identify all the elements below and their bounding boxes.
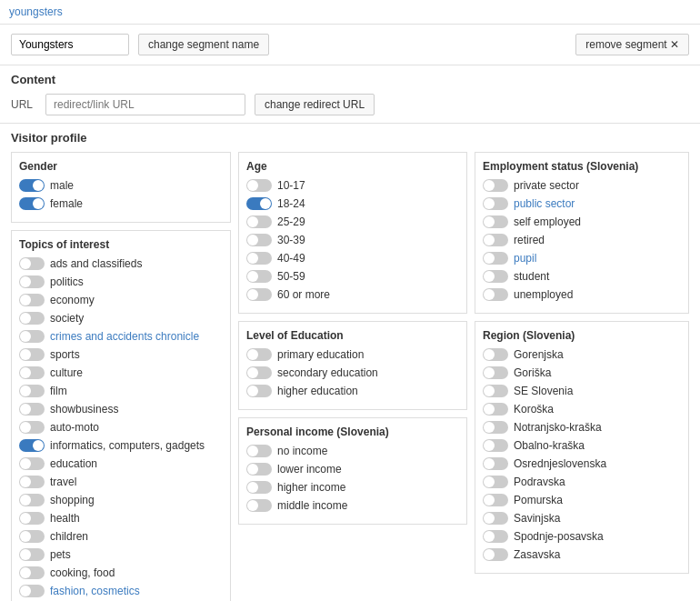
age-list-toggle-4[interactable] [246,252,272,265]
region-list-toggle-5[interactable] [483,439,508,452]
gender-female-toggle[interactable] [19,197,45,210]
region-subsection: Region (Slovenia) GorenjskaGoriškaSE Slo… [475,321,689,574]
topics-list-toggle-5[interactable] [19,348,45,361]
gender-male-label: male [50,179,74,192]
topics-list-toggle-2[interactable] [19,294,45,306]
list-item: 30-39 [246,233,459,247]
breadcrumb-link[interactable]: youngsters [9,5,63,18]
employment-list-label-6: unemployed [514,288,573,301]
region-list-toggle-8[interactable] [483,494,508,506]
list-item: pets [19,547,223,562]
topics-list-toggle-18[interactable] [19,585,45,597]
topics-list-toggle-3[interactable] [19,312,45,325]
list-item: showbusiness [19,402,223,416]
topics-list-toggle-8[interactable] [19,403,45,416]
topics-list-label-2: economy [50,294,95,306]
list-item: retired [483,233,681,247]
region-list-toggle-7[interactable] [483,476,508,488]
income-list: no incomelower incomehigher incomemiddle… [246,444,459,513]
topics-list-toggle-0[interactable] [19,257,45,270]
region-list-toggle-0[interactable] [483,348,508,361]
income-list-toggle-3[interactable] [246,499,272,512]
topics-list-toggle-12[interactable] [19,476,45,488]
age-list-toggle-5[interactable] [246,270,272,283]
region-list-label-7: Podravska [514,476,565,488]
topics-list-toggle-4[interactable] [19,330,45,343]
list-item: 60 or more [246,287,459,302]
change-segment-name-button[interactable]: change segment name [138,34,269,55]
age-list-toggle-1[interactable] [246,197,272,210]
topics-list-toggle-13[interactable] [19,494,45,506]
age-list-toggle-3[interactable] [246,234,272,246]
url-input[interactable] [45,94,245,115]
employment-list-label-2: self employed [514,215,581,228]
topics-list-toggle-11[interactable] [19,457,45,470]
list-item: sports [19,347,223,362]
topics-list-toggle-9[interactable] [19,421,45,434]
employment-subsection: Employment status (Slovenia) private sec… [475,152,689,314]
gender-male-toggle[interactable] [19,179,45,192]
list-item: SE Slovenia [483,384,681,398]
region-list-toggle-3[interactable] [483,403,508,416]
right-column: Employment status (Slovenia) private sec… [475,152,689,601]
region-list-label-5: Obalno-kraška [514,439,585,452]
topics-list-toggle-16[interactable] [19,548,45,561]
employment-list-label-4: pupil [514,252,536,265]
employment-list-toggle-1[interactable] [483,197,508,210]
list-item: Zasavska [483,547,681,562]
education-list-toggle-0[interactable] [246,348,272,361]
education-list-toggle-1[interactable] [246,366,272,379]
employment-list-toggle-4[interactable] [483,252,508,265]
education-list-label-2: higher education [277,385,358,397]
remove-segment-button[interactable]: remove segment ✕ [575,34,689,55]
list-item: Goriška [483,366,681,380]
region-list-label-0: Gorenjska [514,348,564,361]
income-list-toggle-0[interactable] [246,445,272,457]
employment-list-toggle-5[interactable] [483,270,508,283]
list-item: 25-29 [246,215,459,229]
employment-list-toggle-6[interactable] [483,288,508,301]
list-item: education [19,456,223,471]
segment-name-input[interactable] [11,34,129,55]
employment-list-toggle-3[interactable] [483,234,508,246]
list-item: ads and classifieds [19,256,223,271]
education-list-label-0: primary education [277,348,364,361]
change-redirect-url-button[interactable]: change redirect URL [255,94,375,115]
list-item: Gorenjska [483,347,681,362]
list-item: pupil [483,251,681,265]
list-item: travel [19,475,223,489]
list-item: informatics, computers, gadgets [19,438,223,453]
age-list-toggle-6[interactable] [246,288,272,301]
list-item: Osrednjeslovenska [483,456,681,471]
topics-list-label-15: children [50,530,88,543]
employment-list-toggle-2[interactable] [483,215,508,228]
topics-list-label-7: film [50,385,67,397]
region-list-toggle-1[interactable] [483,366,508,379]
topics-list-label-6: culture [50,366,83,379]
topics-list-toggle-7[interactable] [19,385,45,397]
region-title: Region (Slovenia) [483,329,681,342]
topics-list-toggle-10[interactable] [19,439,45,452]
age-list-toggle-2[interactable] [246,215,272,228]
topics-list-toggle-6[interactable] [19,366,45,379]
region-list-toggle-6[interactable] [483,457,508,470]
education-list: primary educationsecondary educationhigh… [246,347,459,398]
region-list-toggle-4[interactable] [483,421,508,434]
region-list-toggle-10[interactable] [483,530,508,543]
region-list-toggle-11[interactable] [483,548,508,561]
topics-list-toggle-17[interactable] [19,566,45,579]
income-list-toggle-2[interactable] [246,481,272,494]
list-item: self employed [483,215,681,229]
topics-list-toggle-14[interactable] [19,512,45,525]
topics-list-toggle-1[interactable] [19,275,45,288]
education-list-toggle-2[interactable] [246,385,272,397]
region-list-toggle-9[interactable] [483,512,508,525]
employment-list-toggle-0[interactable] [483,179,508,192]
region-list-label-4: Notranjsko-kraška [514,421,602,434]
age-list-toggle-0[interactable] [246,179,272,192]
region-list-toggle-2[interactable] [483,385,508,397]
topics-list-toggle-15[interactable] [19,530,45,543]
topics-list-label-3: society [50,312,84,325]
topics-list-label-18: fashion, cosmetics [50,585,140,597]
income-list-toggle-1[interactable] [246,463,272,476]
